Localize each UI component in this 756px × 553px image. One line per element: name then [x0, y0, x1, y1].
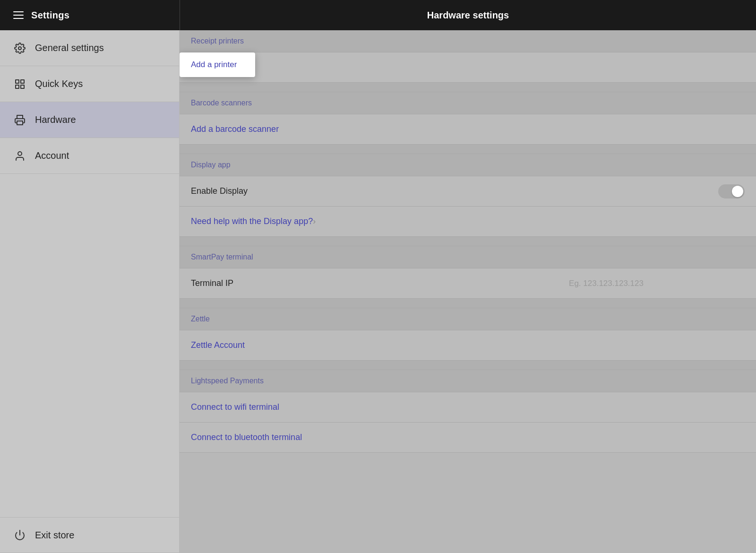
- svg-rect-1: [16, 80, 19, 83]
- svg-point-0: [18, 47, 21, 50]
- add-barcode-scanner-link: Add a barcode scanner: [191, 124, 279, 134]
- power-icon: [13, 528, 26, 542]
- connect-bluetooth-link: Connect to bluetooth terminal: [191, 432, 302, 442]
- sidebar-item-exit-store[interactable]: Exit store: [0, 517, 179, 553]
- gap-3: [180, 237, 756, 246]
- sidebar-item-quick-keys[interactable]: Quick Keys: [0, 66, 179, 102]
- section-receipt-printers-header: Receipt printers: [180, 30, 756, 52]
- sidebar-spacer: [0, 174, 179, 517]
- section-header-label: Zettle: [191, 315, 210, 323]
- gear-icon: [13, 42, 26, 55]
- enable-display-toggle[interactable]: [718, 184, 745, 199]
- gap-1: [180, 83, 756, 92]
- sidebar-item-label: General settings: [35, 43, 104, 53]
- add-printer-row-container: Add a printer Add a printer: [180, 52, 756, 83]
- svg-rect-5: [17, 121, 23, 125]
- display-help-link: Need help with the Display app?: [191, 216, 313, 226]
- header-left: Settings: [0, 10, 180, 21]
- section-display-app-header: Display app: [180, 154, 756, 176]
- section-header-label: SmartPay terminal: [191, 253, 253, 261]
- section-header-label: Lightspeed Payments: [191, 377, 264, 385]
- terminal-ip-label: Terminal IP: [191, 278, 468, 288]
- popup-add-printer-item[interactable]: Add a printer: [180, 52, 255, 77]
- connect-wifi-row[interactable]: Connect to wifi terminal: [180, 392, 756, 423]
- svg-rect-4: [21, 85, 24, 88]
- connect-bluetooth-row[interactable]: Connect to bluetooth terminal: [180, 423, 756, 453]
- display-help-row[interactable]: Need help with the Display app? ›: [180, 207, 756, 237]
- gap-2: [180, 145, 756, 154]
- person-icon: [13, 149, 26, 163]
- chevron-right-icon: ›: [313, 216, 316, 226]
- section-zettle-header: Zettle: [180, 308, 756, 330]
- section-header-label: Barcode scanners: [191, 99, 252, 107]
- sidebar-item-label: Exit store: [35, 530, 74, 541]
- section-header-label: Display app: [191, 161, 231, 169]
- sidebar: General settings Quick Keys Hardware: [0, 30, 180, 553]
- section-header-label: Receipt printers: [191, 37, 244, 45]
- add-printer-popup: Add a printer: [180, 52, 255, 77]
- svg-point-6: [18, 152, 22, 156]
- hardware-settings-title: Hardware settings: [180, 10, 756, 21]
- sidebar-item-label: Hardware: [35, 114, 76, 125]
- svg-rect-2: [21, 80, 24, 83]
- zettle-account-link: Zettle Account: [191, 340, 245, 350]
- main-layout: General settings Quick Keys Hardware: [0, 30, 756, 553]
- terminal-ip-placeholder: Eg. 123.123.123.123: [468, 279, 745, 288]
- add-barcode-scanner-row[interactable]: Add a barcode scanner: [180, 114, 756, 145]
- zettle-account-row[interactable]: Zettle Account: [180, 330, 756, 361]
- gap-5: [180, 361, 756, 370]
- connect-wifi-link: Connect to wifi terminal: [191, 402, 279, 412]
- svg-rect-3: [16, 85, 19, 88]
- enable-display-label: Enable Display: [191, 186, 718, 196]
- enable-display-row[interactable]: Enable Display: [180, 176, 756, 207]
- section-barcode-scanners-header: Barcode scanners: [180, 92, 756, 114]
- content-area: Receipt printers Add a printer Add a pri…: [180, 30, 756, 553]
- grid-icon: [13, 78, 26, 91]
- settings-title: Settings: [31, 10, 69, 21]
- sidebar-item-general-settings[interactable]: General settings: [0, 30, 179, 66]
- sidebar-item-account[interactable]: Account: [0, 138, 179, 174]
- add-printer-row[interactable]: Add a printer: [180, 52, 756, 83]
- header: Settings Hardware settings: [0, 0, 756, 30]
- sidebar-item-label: Quick Keys: [35, 78, 83, 89]
- sidebar-item-label: Account: [35, 150, 69, 161]
- section-lightspeed-header: Lightspeed Payments: [180, 370, 756, 392]
- section-smartpay-header: SmartPay terminal: [180, 246, 756, 268]
- printer-icon: [13, 113, 26, 127]
- terminal-ip-row[interactable]: Terminal IP Eg. 123.123.123.123: [180, 268, 756, 299]
- hamburger-icon[interactable]: [13, 11, 24, 19]
- gap-4: [180, 299, 756, 308]
- sidebar-item-hardware[interactable]: Hardware: [0, 102, 179, 138]
